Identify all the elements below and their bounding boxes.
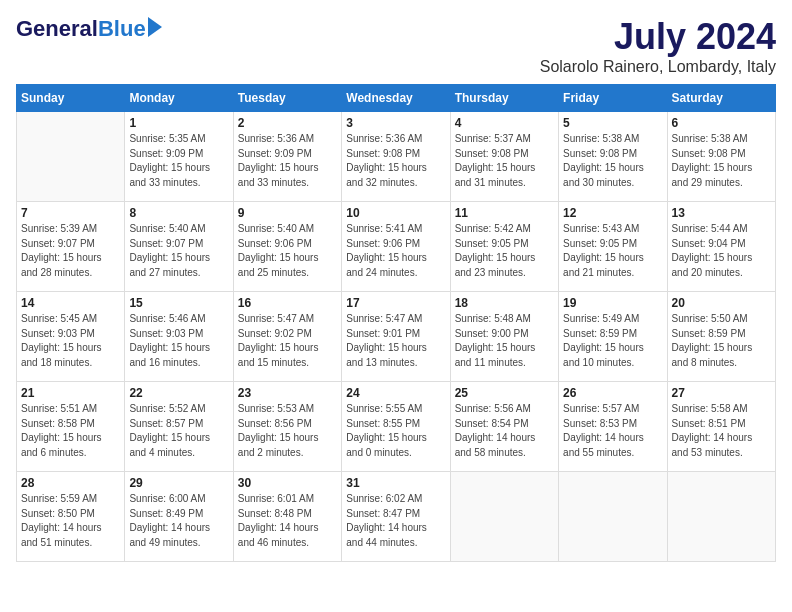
day-info: Sunrise: 5:49 AM Sunset: 8:59 PM Dayligh… xyxy=(563,312,662,370)
day-number: 29 xyxy=(129,476,228,490)
day-number: 11 xyxy=(455,206,554,220)
calendar-cell: 24Sunrise: 5:55 AM Sunset: 8:55 PM Dayli… xyxy=(342,382,450,472)
header-day-thursday: Thursday xyxy=(450,85,558,112)
day-info: Sunrise: 5:40 AM Sunset: 9:06 PM Dayligh… xyxy=(238,222,337,280)
day-info: Sunrise: 5:53 AM Sunset: 8:56 PM Dayligh… xyxy=(238,402,337,460)
calendar-cell: 26Sunrise: 5:57 AM Sunset: 8:53 PM Dayli… xyxy=(559,382,667,472)
week-row-5: 28Sunrise: 5:59 AM Sunset: 8:50 PM Dayli… xyxy=(17,472,776,562)
day-info: Sunrise: 5:59 AM Sunset: 8:50 PM Dayligh… xyxy=(21,492,120,550)
calendar-cell: 20Sunrise: 5:50 AM Sunset: 8:59 PM Dayli… xyxy=(667,292,775,382)
day-number: 25 xyxy=(455,386,554,400)
day-number: 6 xyxy=(672,116,771,130)
calendar-cell: 5Sunrise: 5:38 AM Sunset: 9:08 PM Daylig… xyxy=(559,112,667,202)
calendar-cell: 7Sunrise: 5:39 AM Sunset: 9:07 PM Daylig… xyxy=(17,202,125,292)
day-info: Sunrise: 5:43 AM Sunset: 9:05 PM Dayligh… xyxy=(563,222,662,280)
day-info: Sunrise: 5:47 AM Sunset: 9:02 PM Dayligh… xyxy=(238,312,337,370)
calendar-cell xyxy=(667,472,775,562)
day-number: 14 xyxy=(21,296,120,310)
day-number: 27 xyxy=(672,386,771,400)
day-number: 15 xyxy=(129,296,228,310)
title-block: July 2024 Solarolo Rainero, Lombardy, It… xyxy=(540,16,776,76)
calendar-cell: 14Sunrise: 5:45 AM Sunset: 9:03 PM Dayli… xyxy=(17,292,125,382)
page-title: July 2024 xyxy=(540,16,776,58)
day-info: Sunrise: 5:41 AM Sunset: 9:06 PM Dayligh… xyxy=(346,222,445,280)
day-info: Sunrise: 6:02 AM Sunset: 8:47 PM Dayligh… xyxy=(346,492,445,550)
day-number: 1 xyxy=(129,116,228,130)
page-header: GeneralBlue July 2024 Solarolo Rainero, … xyxy=(16,16,776,76)
calendar-cell xyxy=(450,472,558,562)
calendar-cell: 8Sunrise: 5:40 AM Sunset: 9:07 PM Daylig… xyxy=(125,202,233,292)
calendar-cell xyxy=(559,472,667,562)
calendar-cell: 25Sunrise: 5:56 AM Sunset: 8:54 PM Dayli… xyxy=(450,382,558,472)
day-info: Sunrise: 5:55 AM Sunset: 8:55 PM Dayligh… xyxy=(346,402,445,460)
day-info: Sunrise: 5:47 AM Sunset: 9:01 PM Dayligh… xyxy=(346,312,445,370)
header-day-sunday: Sunday xyxy=(17,85,125,112)
calendar-cell: 15Sunrise: 5:46 AM Sunset: 9:03 PM Dayli… xyxy=(125,292,233,382)
calendar-cell: 13Sunrise: 5:44 AM Sunset: 9:04 PM Dayli… xyxy=(667,202,775,292)
day-number: 4 xyxy=(455,116,554,130)
day-info: Sunrise: 5:51 AM Sunset: 8:58 PM Dayligh… xyxy=(21,402,120,460)
day-info: Sunrise: 5:58 AM Sunset: 8:51 PM Dayligh… xyxy=(672,402,771,460)
day-number: 7 xyxy=(21,206,120,220)
calendar-cell: 11Sunrise: 5:42 AM Sunset: 9:05 PM Dayli… xyxy=(450,202,558,292)
logo: GeneralBlue xyxy=(16,16,162,42)
week-row-1: 1Sunrise: 5:35 AM Sunset: 9:09 PM Daylig… xyxy=(17,112,776,202)
day-info: Sunrise: 5:36 AM Sunset: 9:08 PM Dayligh… xyxy=(346,132,445,190)
header-day-wednesday: Wednesday xyxy=(342,85,450,112)
calendar-cell: 21Sunrise: 5:51 AM Sunset: 8:58 PM Dayli… xyxy=(17,382,125,472)
day-number: 9 xyxy=(238,206,337,220)
day-info: Sunrise: 5:39 AM Sunset: 9:07 PM Dayligh… xyxy=(21,222,120,280)
header-day-tuesday: Tuesday xyxy=(233,85,341,112)
day-number: 24 xyxy=(346,386,445,400)
day-number: 18 xyxy=(455,296,554,310)
day-info: Sunrise: 5:36 AM Sunset: 9:09 PM Dayligh… xyxy=(238,132,337,190)
calendar-cell: 28Sunrise: 5:59 AM Sunset: 8:50 PM Dayli… xyxy=(17,472,125,562)
day-info: Sunrise: 5:37 AM Sunset: 9:08 PM Dayligh… xyxy=(455,132,554,190)
calendar-cell: 16Sunrise: 5:47 AM Sunset: 9:02 PM Dayli… xyxy=(233,292,341,382)
week-row-3: 14Sunrise: 5:45 AM Sunset: 9:03 PM Dayli… xyxy=(17,292,776,382)
calendar-cell: 17Sunrise: 5:47 AM Sunset: 9:01 PM Dayli… xyxy=(342,292,450,382)
day-info: Sunrise: 6:01 AM Sunset: 8:48 PM Dayligh… xyxy=(238,492,337,550)
week-row-2: 7Sunrise: 5:39 AM Sunset: 9:07 PM Daylig… xyxy=(17,202,776,292)
calendar-header: SundayMondayTuesdayWednesdayThursdayFrid… xyxy=(17,85,776,112)
day-info: Sunrise: 5:56 AM Sunset: 8:54 PM Dayligh… xyxy=(455,402,554,460)
day-number: 2 xyxy=(238,116,337,130)
day-number: 23 xyxy=(238,386,337,400)
day-info: Sunrise: 5:35 AM Sunset: 9:09 PM Dayligh… xyxy=(129,132,228,190)
day-number: 5 xyxy=(563,116,662,130)
day-info: Sunrise: 6:00 AM Sunset: 8:49 PM Dayligh… xyxy=(129,492,228,550)
day-number: 3 xyxy=(346,116,445,130)
calendar-cell: 18Sunrise: 5:48 AM Sunset: 9:00 PM Dayli… xyxy=(450,292,558,382)
calendar-cell: 27Sunrise: 5:58 AM Sunset: 8:51 PM Dayli… xyxy=(667,382,775,472)
day-number: 21 xyxy=(21,386,120,400)
day-number: 30 xyxy=(238,476,337,490)
calendar-body: 1Sunrise: 5:35 AM Sunset: 9:09 PM Daylig… xyxy=(17,112,776,562)
day-info: Sunrise: 5:46 AM Sunset: 9:03 PM Dayligh… xyxy=(129,312,228,370)
day-number: 26 xyxy=(563,386,662,400)
logo-arrow-icon xyxy=(148,17,162,37)
calendar-cell: 9Sunrise: 5:40 AM Sunset: 9:06 PM Daylig… xyxy=(233,202,341,292)
header-day-friday: Friday xyxy=(559,85,667,112)
calendar-cell: 3Sunrise: 5:36 AM Sunset: 9:08 PM Daylig… xyxy=(342,112,450,202)
header-day-saturday: Saturday xyxy=(667,85,775,112)
day-number: 19 xyxy=(563,296,662,310)
day-number: 12 xyxy=(563,206,662,220)
calendar-cell: 6Sunrise: 5:38 AM Sunset: 9:08 PM Daylig… xyxy=(667,112,775,202)
day-number: 17 xyxy=(346,296,445,310)
calendar-cell xyxy=(17,112,125,202)
day-info: Sunrise: 5:38 AM Sunset: 9:08 PM Dayligh… xyxy=(672,132,771,190)
calendar-cell: 30Sunrise: 6:01 AM Sunset: 8:48 PM Dayli… xyxy=(233,472,341,562)
calendar-cell: 31Sunrise: 6:02 AM Sunset: 8:47 PM Dayli… xyxy=(342,472,450,562)
logo-text: GeneralBlue xyxy=(16,16,162,42)
day-info: Sunrise: 5:45 AM Sunset: 9:03 PM Dayligh… xyxy=(21,312,120,370)
calendar-cell: 10Sunrise: 5:41 AM Sunset: 9:06 PM Dayli… xyxy=(342,202,450,292)
calendar-cell: 22Sunrise: 5:52 AM Sunset: 8:57 PM Dayli… xyxy=(125,382,233,472)
week-row-4: 21Sunrise: 5:51 AM Sunset: 8:58 PM Dayli… xyxy=(17,382,776,472)
day-number: 22 xyxy=(129,386,228,400)
calendar-cell: 1Sunrise: 5:35 AM Sunset: 9:09 PM Daylig… xyxy=(125,112,233,202)
day-info: Sunrise: 5:38 AM Sunset: 9:08 PM Dayligh… xyxy=(563,132,662,190)
header-row: SundayMondayTuesdayWednesdayThursdayFrid… xyxy=(17,85,776,112)
day-info: Sunrise: 5:52 AM Sunset: 8:57 PM Dayligh… xyxy=(129,402,228,460)
logo-blue: Blue xyxy=(98,16,146,42)
day-info: Sunrise: 5:44 AM Sunset: 9:04 PM Dayligh… xyxy=(672,222,771,280)
